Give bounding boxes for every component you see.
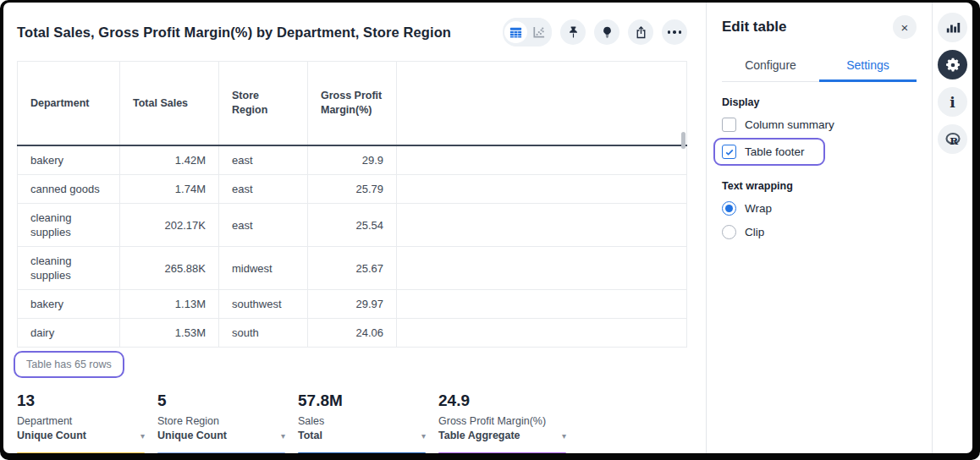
cell-department[interactable]: cleaning supplies — [18, 247, 120, 290]
checkmark-icon — [724, 147, 735, 157]
summary-value: 57.8M — [298, 392, 426, 410]
summary-card-gross-profit-margin: 24.9 Gross Profit Margin(%) Table Aggreg… — [438, 392, 566, 453]
scatter-chart-icon — [531, 25, 546, 40]
settings-button[interactable] — [938, 50, 967, 79]
close-panel-button[interactable]: × — [893, 15, 917, 39]
summary-value: 5 — [157, 392, 285, 410]
cell-department[interactable]: bakery — [18, 290, 120, 319]
cell-store-region[interactable]: midwest — [219, 247, 308, 290]
cell-department[interactable]: bakery — [18, 145, 120, 175]
info-icon: i — [950, 94, 955, 111]
summary-label: Gross Profit Margin(%) — [438, 414, 566, 429]
cell-gross-profit-margin[interactable]: 24.06 — [308, 319, 397, 348]
summary-cards: 13 Department Unique Count ▾ 5 Store Reg… — [17, 392, 687, 453]
radio-selected[interactable] — [722, 201, 736, 216]
cell-total-sales[interactable]: 202.17K — [120, 204, 219, 247]
bar-chart-icon — [945, 20, 961, 36]
option-column-summary[interactable]: Column summary — [722, 118, 917, 132]
chart-view-button[interactable] — [527, 21, 550, 43]
chart-elements-button[interactable] — [938, 13, 967, 42]
cell-gross-profit-margin[interactable]: 25.54 — [308, 204, 397, 247]
summary-value: 13 — [17, 392, 145, 410]
cell-gross-profit-margin[interactable]: 29.97 — [308, 290, 397, 319]
data-table: Department Total Sales Store Region Gros… — [17, 61, 687, 381]
cell-gross-profit-margin[interactable]: 29.9 — [308, 145, 397, 175]
chevron-down-icon[interactable]: ▾ — [562, 429, 566, 443]
radio-unselected[interactable] — [722, 225, 736, 239]
cell-department[interactable]: dairy — [18, 319, 120, 348]
more-options-button[interactable] — [662, 19, 687, 45]
summary-aggregation: Unique Count — [157, 429, 227, 443]
cell-filler — [397, 290, 687, 319]
option-wrap[interactable]: Wrap — [722, 201, 917, 216]
cell-store-region[interactable]: south — [219, 319, 308, 348]
option-label: Table footer — [745, 145, 805, 158]
r-language-button[interactable]: R — [938, 124, 967, 154]
window-frame: Total Sales, Gross Profit Margin(%) by D… — [0, 0, 980, 460]
column-header-department[interactable]: Department — [18, 62, 120, 146]
pin-button[interactable] — [560, 19, 586, 45]
option-table-footer[interactable]: Table footer — [722, 145, 805, 159]
table-vertical-scrollbar[interactable] — [681, 132, 685, 149]
cell-gross-profit-margin[interactable]: 25.67 — [308, 247, 397, 290]
table-footer-annotation: Table has 65 rows — [14, 351, 124, 378]
cell-store-region[interactable]: east — [219, 145, 308, 175]
insights-button[interactable] — [594, 19, 619, 45]
main-header: Total Sales, Gross Profit Margin(%) by D… — [17, 3, 687, 50]
option-clip[interactable]: Clip — [722, 225, 917, 239]
chevron-down-icon[interactable]: ▾ — [421, 429, 426, 443]
pin-icon — [566, 25, 581, 40]
summary-value: 24.9 — [438, 392, 566, 410]
summary-underline — [298, 452, 426, 453]
cell-gross-profit-margin[interactable]: 25.79 — [308, 175, 397, 204]
cell-department[interactable]: canned goods — [18, 175, 120, 204]
share-button[interactable] — [628, 19, 653, 45]
cell-store-region[interactable]: east — [219, 175, 308, 204]
page-title: Total Sales, Gross Profit Margin(%) by D… — [17, 25, 451, 41]
tab-settings[interactable]: Settings — [819, 53, 917, 82]
chevron-down-icon[interactable]: ▾ — [140, 429, 145, 443]
table-row: dairy 1.53M south 24.06 — [18, 319, 687, 348]
panel-header: Edit table × — [722, 3, 917, 39]
cell-department[interactable]: cleaning supplies — [18, 204, 120, 247]
close-icon: × — [901, 20, 909, 35]
cell-total-sales[interactable]: 1.42M — [120, 145, 219, 175]
cell-total-sales[interactable]: 1.74M — [120, 175, 219, 204]
checkbox-checked[interactable] — [722, 145, 736, 159]
summary-underline — [157, 452, 285, 453]
cell-filler — [397, 175, 687, 204]
info-button[interactable]: i — [938, 87, 967, 117]
viz-type-switch — [503, 18, 552, 47]
summary-underline — [438, 452, 566, 453]
table-footer: Table has 65 rows — [17, 348, 687, 381]
checkbox-unchecked[interactable] — [722, 118, 736, 132]
table-row: bakery 1.13M southwest 29.97 — [18, 290, 687, 319]
column-header-total-sales[interactable]: Total Sales — [120, 62, 219, 146]
table-footer-option-annotation: Table footer — [713, 138, 825, 166]
summary-label: Department — [17, 414, 145, 429]
column-header-gross-profit-margin[interactable]: Gross Profit Margin(%) — [308, 62, 397, 146]
cell-total-sales[interactable]: 1.13M — [120, 290, 219, 319]
table-row: cleaning supplies 202.17K east 25.54 — [18, 204, 687, 247]
cell-store-region[interactable]: southwest — [219, 290, 308, 319]
table-row: bakery 1.42M east 29.9 — [18, 145, 687, 175]
table-view-button[interactable] — [504, 21, 527, 43]
cell-store-region[interactable]: east — [219, 204, 308, 247]
table-row: cleaning supplies 265.88K midwest 25.67 — [18, 247, 687, 290]
svg-text:R: R — [950, 134, 958, 146]
table-row-count: Table has 65 rows — [26, 359, 112, 370]
share-export-icon — [634, 25, 648, 40]
ellipsis-icon — [668, 30, 682, 34]
summary-card-sales: 57.8M Sales Total ▾ — [298, 392, 426, 453]
chevron-down-icon[interactable]: ▾ — [281, 429, 285, 443]
summary-label: Sales — [298, 414, 426, 429]
cell-total-sales[interactable]: 265.88K — [120, 247, 219, 290]
cell-total-sales[interactable]: 1.53M — [120, 319, 219, 348]
summary-aggregation: Table Aggregate — [438, 429, 520, 443]
tab-configure[interactable]: Configure — [722, 53, 819, 82]
toolbar — [503, 18, 687, 47]
column-header-store-region[interactable]: Store Region — [219, 62, 308, 146]
r-logo-icon: R — [944, 130, 962, 149]
gear-icon — [944, 57, 961, 74]
app-window: Total Sales, Gross Profit Margin(%) by D… — [3, 3, 972, 453]
